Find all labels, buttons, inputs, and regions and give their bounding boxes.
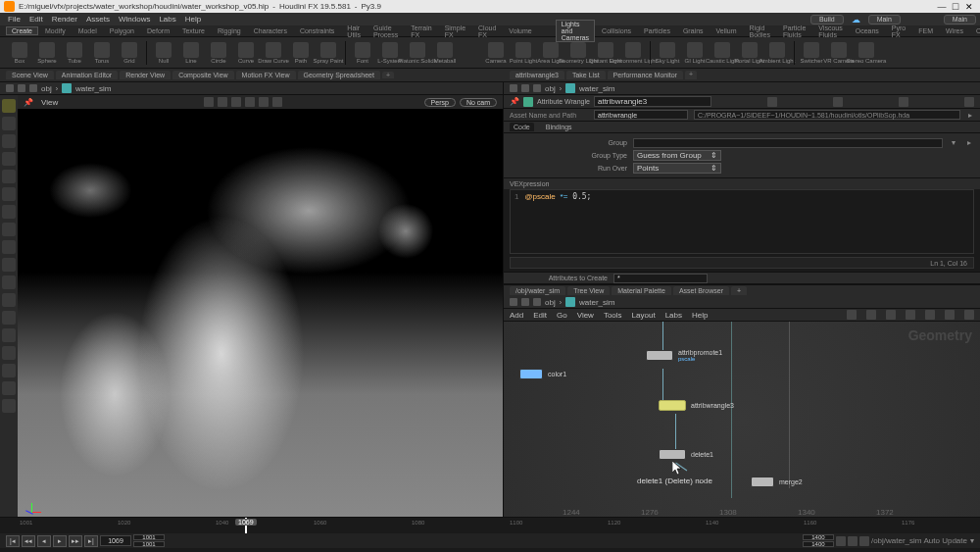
add-ne-tab[interactable]: +: [731, 286, 747, 295]
ne-menu[interactable]: Layout: [632, 311, 656, 320]
ne-tab[interactable]: Asset Browser: [673, 286, 729, 295]
tool-icon[interactable]: [2, 187, 16, 201]
shelf-tool[interactable]: Curve: [232, 42, 260, 64]
ne-icon[interactable]: [866, 310, 876, 320]
shelf-tool[interactable]: Sphere: [33, 42, 61, 64]
ne-tab[interactable]: Material Palette: [612, 286, 671, 295]
group-field[interactable]: [633, 138, 943, 148]
shelf-tab[interactable]: Guide Process: [368, 24, 404, 39]
chevron-right-icon[interactable]: ▸: [966, 111, 974, 120]
crumb-part[interactable]: obj: [41, 84, 52, 93]
shelf-tab[interactable]: Volume: [503, 26, 537, 35]
add-pane-tab[interactable]: +: [685, 71, 697, 79]
node-attribpromote1[interactable]: attribpromote1pscale: [646, 349, 722, 362]
vp-icon[interactable]: [218, 97, 227, 107]
select-tool-icon[interactable]: [2, 99, 16, 113]
crumb-part[interactable]: water_sim: [579, 298, 614, 307]
shelf-tab[interactable]: Wires: [940, 26, 969, 35]
group-type-select[interactable]: Guess from Group⇕: [633, 150, 721, 161]
home-icon[interactable]: [533, 298, 541, 306]
shelf-tool[interactable]: Grid: [116, 42, 143, 64]
shelf-tab[interactable]: Pyro FX: [886, 24, 911, 39]
shelf-tab[interactable]: Characters: [248, 26, 293, 35]
menu-assets[interactable]: Assets: [82, 15, 114, 24]
pane-tab[interactable]: Scene View: [6, 71, 54, 79]
menu-render[interactable]: Render: [48, 15, 81, 24]
timeline[interactable]: 1001 1020 1040 1060 1080 1100 1120 1140 …: [0, 517, 980, 532]
node-color1[interactable]: color1: [519, 369, 566, 379]
shelf-tab[interactable]: Particles: [638, 26, 676, 35]
menu-edit[interactable]: Edit: [25, 15, 47, 24]
tool-icon[interactable]: [2, 346, 16, 360]
crumb-part[interactable]: obj: [545, 298, 556, 307]
menu-windows[interactable]: Windows: [115, 15, 154, 24]
shelf-tool[interactable]: Draw Curve: [260, 42, 287, 64]
info-icon[interactable]: [899, 97, 908, 107]
tool-icon[interactable]: [2, 381, 16, 395]
pin-icon[interactable]: 📌: [510, 97, 519, 106]
shelf-tool[interactable]: Platonic Solids: [404, 42, 431, 64]
audio-icon[interactable]: [859, 536, 869, 546]
tool-icon[interactable]: [2, 276, 16, 289]
chevron-icon[interactable]: ▾: [949, 138, 958, 147]
camera-persp[interactable]: Persp: [424, 98, 456, 107]
ne-icon[interactable]: [847, 310, 857, 320]
tab-code[interactable]: Code: [510, 123, 534, 131]
vp-icon[interactable]: [245, 97, 255, 107]
node-delete1[interactable]: delete1: [659, 449, 713, 460]
crumb-part[interactable]: water_sim: [75, 84, 111, 93]
vp-icon[interactable]: [259, 97, 269, 107]
group-select-icon[interactable]: ▸: [964, 138, 974, 147]
pane-tab[interactable]: Take List: [566, 71, 606, 79]
shelf-tab[interactable]: Crowds: [970, 26, 980, 35]
crumb-part[interactable]: water_sim: [579, 84, 614, 93]
shelf-tab[interactable]: Vellum: [710, 26, 743, 35]
menu-file[interactable]: File: [4, 15, 24, 24]
back-icon[interactable]: [6, 84, 14, 92]
tool-icon[interactable]: [2, 223, 16, 236]
pane-tab[interactable]: Composite View: [172, 71, 233, 79]
crumb-part[interactable]: obj: [545, 84, 556, 93]
menu-help[interactable]: Help: [181, 15, 205, 24]
rotate-tool-icon[interactable]: [2, 134, 16, 148]
shelf-tab[interactable]: Rigging: [212, 26, 247, 35]
shelf-tool[interactable]: Sky Light: [654, 42, 681, 64]
runover-select[interactable]: Points⇕: [633, 163, 721, 174]
fwd-icon[interactable]: [521, 298, 529, 306]
shelf-tab[interactable]: FEM: [912, 26, 939, 35]
back-icon[interactable]: [510, 298, 517, 306]
shelf-tool[interactable]: Camera: [482, 42, 510, 64]
tool-icon[interactable]: [2, 364, 16, 377]
shelf-tab[interactable]: Deform: [141, 26, 175, 35]
node-merge2[interactable]: merge2: [751, 477, 803, 487]
fwd-icon[interactable]: [521, 84, 529, 92]
fwd-icon[interactable]: [18, 84, 25, 92]
help-icon[interactable]: [833, 97, 843, 107]
realtime-icon[interactable]: [848, 536, 858, 546]
shelf-tool[interactable]: Circle: [205, 42, 232, 64]
desktop-main2[interactable]: Main: [944, 15, 976, 25]
shelf-tab[interactable]: Collisions: [596, 26, 637, 35]
ne-icon[interactable]: [964, 310, 974, 320]
tool-icon[interactable]: [2, 205, 16, 219]
pane-tab[interactable]: Performance Monitor: [608, 71, 683, 79]
add-pane-tab[interactable]: +: [382, 72, 394, 78]
shelf-tab[interactable]: Model: [73, 26, 103, 35]
pane-tab[interactable]: Geometry Spreadsheet: [298, 71, 380, 79]
tool-icon[interactable]: [2, 240, 16, 254]
shelf-tool[interactable]: Line: [177, 42, 205, 64]
move-tool-icon[interactable]: [2, 117, 16, 130]
attr-create-field[interactable]: [613, 274, 708, 283]
shelf-tab[interactable]: Oceans: [850, 26, 885, 35]
pane-tab[interactable]: Motion FX View: [236, 71, 296, 79]
vp-icon[interactable]: [272, 97, 282, 107]
vp-icon[interactable]: [231, 97, 241, 107]
node-attribwrangle3[interactable]: attribwrangle3: [659, 400, 734, 411]
shelf-tab[interactable]: Grains: [677, 26, 710, 35]
pin-icon[interactable]: 📌: [24, 98, 33, 107]
start-frame-field2[interactable]: [133, 541, 165, 547]
ne-menu[interactable]: Add: [510, 311, 523, 320]
end-frame-field[interactable]: [803, 534, 834, 540]
shelf-tool[interactable]: Box: [6, 42, 33, 64]
shelf-tab[interactable]: Modify: [39, 26, 72, 35]
